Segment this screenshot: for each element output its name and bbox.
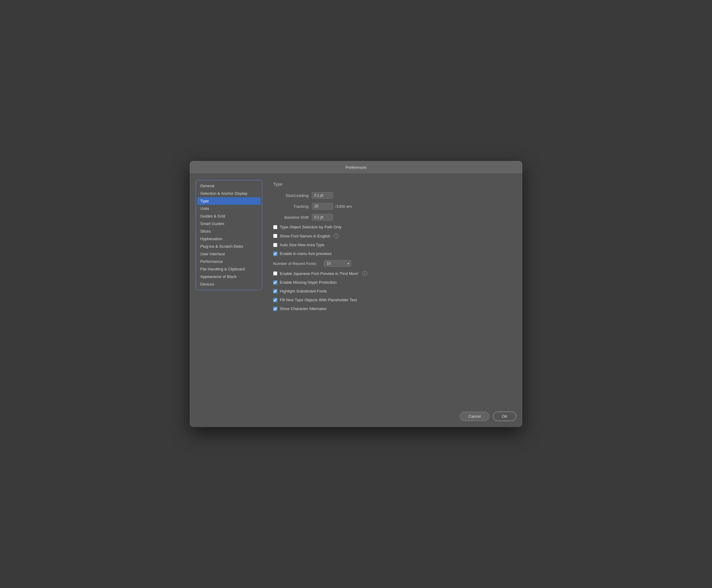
sidebar-item-guides-grid[interactable]: Guides & Grid (196, 212, 262, 220)
size-leading-input[interactable] (312, 192, 333, 199)
checkbox-auto-size[interactable] (273, 243, 277, 247)
checkbox-missing-glyph[interactable] (273, 280, 277, 285)
sidebar-item-user-interface[interactable]: User Interface (196, 250, 262, 258)
cancel-button[interactable]: Cancel (460, 412, 489, 421)
sidebar-item-devices[interactable]: Devices (196, 280, 262, 288)
sidebar-item-slices[interactable]: Slices (196, 228, 262, 235)
sidebar: GeneralSelection & Anchor DisplayTypeUni… (196, 180, 262, 290)
checkbox-label-fill-placeholder: Fill New Type Objects With Placeholder T… (280, 298, 357, 302)
recent-fonts-label: Number of Recent Fonts: (273, 261, 321, 266)
baseline-shift-input[interactable] (312, 214, 333, 220)
checkbox-row-show-font-names: Show Font Names in Englishi (273, 233, 510, 238)
checkbox-row-japanese-font-preview: Enable Japanese Font Preview in 'Find Mo… (273, 271, 510, 276)
baseline-shift-row: Baseline Shift: (273, 214, 510, 220)
sidebar-item-appearance[interactable]: Appearance of Black (196, 273, 262, 280)
checkbox-row-type-object-selection: Type Object Selection by Path Only (273, 225, 510, 229)
checkboxes-group2: Enable Japanese Font Preview in 'Find Mo… (273, 271, 510, 311)
sidebar-item-performance[interactable]: Performance (196, 258, 262, 265)
checkbox-highlight-substituted[interactable] (273, 289, 277, 293)
dialog-body: GeneralSelection & Anchor DisplayTypeUni… (190, 174, 522, 407)
size-leading-row: Size/Leading: (273, 192, 510, 199)
checkbox-row-enable-inmenu: Enable in-menu font previews (273, 251, 510, 256)
sidebar-item-units[interactable]: Units (196, 205, 262, 212)
baseline-shift-label: Baseline Shift: (273, 215, 309, 219)
sidebar-item-hyphenation[interactable]: Hyphenation (196, 235, 262, 243)
checkbox-show-character-alternates[interactable] (273, 307, 277, 311)
checkbox-row-auto-size: Auto Size New Area Type (273, 243, 510, 247)
sidebar-item-type[interactable]: Type (197, 197, 261, 205)
checkbox-label-missing-glyph: Enable Missing Glyph Protection (280, 280, 337, 285)
recent-fonts-dropdown-wrapper: 57101520 (324, 260, 351, 267)
titlebar: Preferences (190, 161, 522, 174)
checkbox-row-fill-placeholder: Fill New Type Objects With Placeholder T… (273, 298, 510, 302)
checkbox-label-show-character-alternates: Show Character Alternates (280, 307, 327, 311)
info-icon-show-font-names[interactable]: i (334, 233, 339, 238)
tracking-row: Tracking: /1000 em (273, 203, 510, 210)
checkbox-label-highlight-substituted: Highlight Substituted Fonts (280, 289, 327, 293)
checkbox-label-auto-size: Auto Size New Area Type (280, 243, 324, 247)
dialog-title: Preferences (345, 165, 367, 170)
checkbox-label-japanese-font-preview: Enable Japanese Font Preview in 'Find Mo… (280, 271, 359, 276)
sidebar-item-smart-guides[interactable]: Smart Guides (196, 220, 262, 228)
recent-fonts-select[interactable]: 57101520 (324, 260, 351, 267)
checkbox-label-type-object-selection: Type Object Selection by Path Only (280, 225, 342, 229)
tracking-label: Tracking: (273, 204, 309, 209)
checkbox-enable-inmenu[interactable] (273, 252, 277, 256)
checkbox-japanese-font-preview[interactable] (273, 271, 277, 276)
checkboxes-group1: Type Object Selection by Path OnlyShow F… (273, 225, 510, 256)
sidebar-item-selection-anchor[interactable]: Selection & Anchor Display (196, 190, 262, 197)
sidebar-item-plugins[interactable]: Plug-ins & Scratch Disks (196, 243, 262, 250)
tracking-input[interactable] (312, 203, 333, 210)
section-title: Type (273, 182, 510, 187)
ok-button[interactable]: OK (493, 412, 516, 421)
checkbox-show-font-names[interactable] (273, 234, 277, 238)
size-leading-label: Size/Leading: (273, 193, 309, 198)
info-icon-japanese-font-preview[interactable]: i (362, 271, 367, 276)
dialog-footer: Cancel OK (190, 407, 522, 427)
content-area: Type Size/Leading: Tracking: /1000 em Ba… (267, 180, 516, 401)
preferences-dialog: Preferences GeneralSelection & Anchor Di… (190, 161, 522, 427)
sidebar-item-file-handling[interactable]: File Handling & Clipboard (196, 265, 262, 273)
tracking-unit: /1000 em (335, 204, 352, 209)
checkbox-label-enable-inmenu: Enable in-menu font previews (280, 251, 332, 256)
recent-fonts-row: Number of Recent Fonts: 57101520 (273, 260, 510, 267)
checkbox-row-highlight-substituted: Highlight Substituted Fonts (273, 289, 510, 293)
checkbox-fill-placeholder[interactable] (273, 298, 277, 302)
checkbox-label-show-font-names: Show Font Names in English (280, 234, 330, 238)
backdrop: Preferences GeneralSelection & Anchor Di… (0, 0, 712, 588)
checkbox-row-missing-glyph: Enable Missing Glyph Protection (273, 280, 510, 285)
checkbox-type-object-selection[interactable] (273, 225, 277, 229)
checkbox-row-show-character-alternates: Show Character Alternates (273, 307, 510, 311)
sidebar-item-general[interactable]: General (196, 182, 262, 190)
